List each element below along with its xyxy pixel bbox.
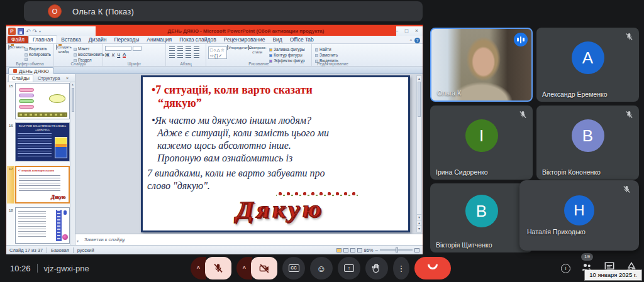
shape-outline-button[interactable]: Контур фигуры (269, 53, 305, 58)
current-slide[interactable]: •7 ситуацій, коли варто сказати “дякую” … (141, 75, 410, 232)
tile-natalia[interactable]: Н Наталія Приходько (519, 180, 639, 251)
slideshow-icon[interactable] (357, 248, 362, 252)
document-tab[interactable]: ДЕНЬ ДЯКЮ (8, 67, 54, 74)
zoom-slider[interactable] (380, 249, 413, 251)
next-slide-icon[interactable]: ▾ (417, 225, 421, 231)
notes-pane[interactable]: ▾ Заметки к слайду (75, 234, 423, 245)
scroll-up-icon[interactable]: ▴ (418, 77, 420, 80)
copy-button[interactable]: Копировать (25, 52, 52, 57)
panel-close-icon[interactable]: × (66, 75, 69, 82)
font-color-button[interactable]: А (123, 52, 126, 58)
presenter-banner[interactable]: О Ольга К (Показ) (24, 1, 423, 21)
thumbnail-slide-16[interactable]: МАГІЧНІ ВЛАСТИВОСТІ СЛОВА «ДЯКУЮ» (15, 122, 70, 161)
date-tooltip: 10 января 2025 г. (584, 269, 642, 281)
cut-button[interactable]: Вырезать (25, 46, 52, 52)
present-button[interactable]: ↑ (338, 257, 360, 279)
bullets-icon[interactable] (169, 46, 175, 52)
reactions-button[interactable]: ☺ (310, 257, 333, 279)
tab-design[interactable]: Дизайн (85, 36, 111, 43)
tile-viktoria-sh[interactable]: В Вікторія Щитченко (430, 183, 533, 252)
end-call-button[interactable] (414, 257, 451, 279)
mic-options-chevron[interactable]: ^ (191, 257, 206, 279)
tab-slides-pane[interactable]: Слайды (8, 74, 33, 82)
scroll-up-icon[interactable]: ▴ (70, 82, 75, 87)
group-editing: Найти Заменить Выделить Редактирование (312, 44, 353, 66)
font-name-select[interactable] (105, 46, 131, 51)
scroll-down-icon[interactable]: ▾ (417, 214, 421, 220)
qat-dropdown-icon[interactable]: ▾ (39, 28, 41, 35)
layout-button[interactable]: Макет (74, 46, 101, 52)
fit-to-window-icon[interactable] (414, 248, 419, 252)
bold-button[interactable]: Ж (105, 52, 109, 58)
reset-button[interactable]: Восстановить (74, 52, 101, 57)
slide-scrollbar[interactable]: ▴ ▾ ▴ ▾ (416, 75, 422, 232)
minimize-button[interactable]: – (393, 28, 400, 34)
thumbnail-slide-15[interactable] (15, 83, 70, 119)
zoom-out-icon[interactable]: – (375, 247, 378, 252)
tile-alexandr[interactable]: А Александр Еременко (536, 28, 639, 102)
tab-animations[interactable]: Анимация (143, 36, 175, 43)
tile-irina[interactable]: І Ірина Сидоренко (430, 106, 533, 180)
thumbnail-slide-17-selected[interactable]: •7 ситуацій, коли варто сказати Дякую (15, 166, 70, 203)
previous-slide-icon[interactable]: ▴ (417, 220, 421, 225)
save-icon[interactable] (18, 28, 24, 35)
panel-scrollbar[interactable]: ▴ (70, 82, 75, 245)
indent-icon[interactable] (186, 46, 191, 52)
new-slide-button[interactable]: Создатьслайд (56, 45, 71, 53)
tab-office-tab[interactable]: Office Tab (286, 36, 318, 43)
find-button[interactable]: Найти (315, 47, 352, 52)
italic-button[interactable]: К (112, 52, 114, 58)
shape-fill-button[interactable]: Заливка фигуры (269, 47, 305, 52)
tab-outline-pane[interactable]: Структура (34, 74, 64, 82)
slide-sorter-icon[interactable] (343, 248, 348, 252)
raise-hand-button[interactable] (365, 257, 388, 279)
camera-options-chevron[interactable]: ^ (236, 257, 252, 279)
scroll-thumb[interactable] (418, 82, 421, 117)
thumbnail-slide-18[interactable] (15, 207, 70, 244)
shapes-gallery[interactable]: □○△☆ ⇨{}✓ (208, 46, 227, 59)
reading-view-icon[interactable] (350, 248, 355, 252)
tile-viktoria-k[interactable]: В Вікторія Кононенко (536, 106, 639, 180)
numbering-icon[interactable] (177, 46, 183, 52)
normal-view-icon[interactable] (336, 248, 341, 252)
tab-review[interactable]: Рецензирование (220, 36, 269, 43)
quick-access-toolbar[interactable]: P ↶ ↷ ▾ (8, 27, 41, 35)
tile-olga-video[interactable]: Ольга К (430, 28, 533, 102)
spacing-icon[interactable] (194, 46, 199, 52)
thumb16-title: МАГІЧНІ ВЛАСТИВОСТІ СЛОВА «ДЯКУЮ» (16, 123, 69, 132)
justify-icon[interactable] (194, 53, 199, 58)
mic-muted-button[interactable] (205, 257, 231, 279)
restore-button[interactable]: □ (403, 28, 410, 34)
tab-transitions[interactable]: Переходы (110, 36, 143, 43)
close-button[interactable]: × (413, 28, 420, 34)
camera-off-button[interactable] (251, 257, 277, 279)
help-icon[interactable]: ? (414, 38, 420, 43)
tab-slideshow[interactable]: Показ слайдов (175, 36, 220, 43)
format-painter-button[interactable] (25, 58, 52, 61)
ribbon-collapse-icon[interactable]: ^ (410, 38, 412, 43)
tab-home[interactable]: Главная (28, 35, 57, 43)
info-button[interactable]: i (561, 264, 570, 273)
paste-button[interactable]: Вставить (8, 45, 23, 50)
undo-icon[interactable]: ↶ (26, 28, 31, 35)
redo-icon[interactable]: ↷ (33, 28, 38, 35)
tab-file[interactable]: Файл (8, 36, 28, 43)
scroll-thumb[interactable] (72, 88, 74, 112)
align-left-icon[interactable] (169, 53, 175, 58)
more-options-button[interactable]: ⋮ (393, 257, 409, 279)
align-center-icon[interactable] (177, 53, 183, 58)
underline-button[interactable]: Ч (117, 52, 120, 58)
zoom-handle[interactable] (396, 247, 398, 252)
slide-body-line: 7 випадками, коли не варто забувати про (147, 167, 408, 180)
tab-view[interactable]: Вид (269, 36, 286, 43)
group-paragraph: Абзац (166, 44, 206, 66)
arrange-button[interactable]: Упорядочить (227, 46, 247, 50)
quick-styles-button[interactable]: Экспресс-стили (247, 46, 267, 54)
align-right-icon[interactable] (186, 53, 191, 58)
thumb16-image (55, 137, 67, 158)
tab-insert[interactable]: Вставка (57, 36, 85, 43)
replace-button[interactable]: Заменить (315, 53, 352, 58)
language[interactable]: русский (77, 247, 94, 253)
font-size-select[interactable] (133, 46, 142, 51)
captions-button[interactable]: CC (282, 257, 305, 279)
